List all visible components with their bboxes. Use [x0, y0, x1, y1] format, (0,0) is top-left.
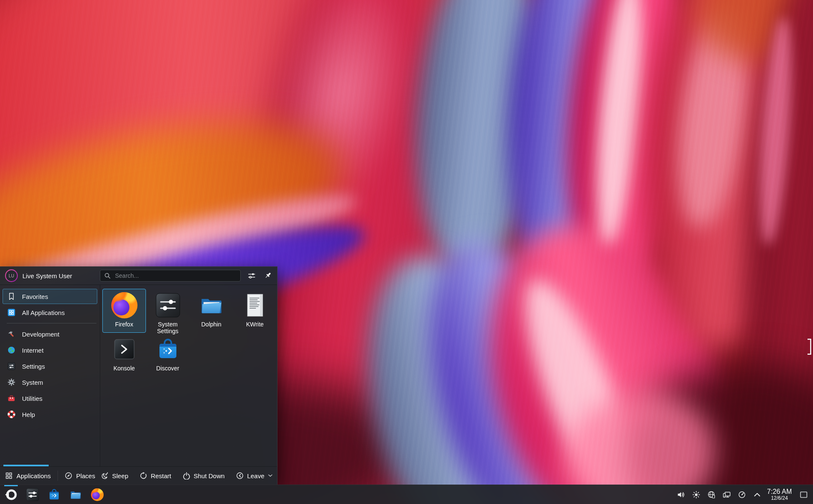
session-actions: Sleep Restart Shut Down Leave	[101, 472, 273, 479]
action-label: Leave	[247, 472, 264, 479]
clock-date: 12/6/24	[767, 496, 792, 501]
user-avatar[interactable]: LU	[5, 269, 18, 282]
dolphin-folder-icon	[69, 488, 82, 501]
sidebar-item-label: All Applications	[22, 309, 65, 316]
toolbox-icon	[7, 394, 16, 403]
app-grid-area: Firefox System Settings Dolphin	[100, 285, 277, 466]
action-label: Shut Down	[194, 472, 225, 479]
moon-zz-icon	[101, 472, 109, 479]
launcher-header: LU Live System User	[0, 267, 277, 285]
gauge-icon[interactable]	[738, 490, 746, 499]
app-discover[interactable]: Discover	[146, 333, 190, 377]
system-tray	[677, 490, 761, 499]
sidebar-item-settings[interactable]: Settings	[3, 359, 97, 374]
sidebar-item-favorites[interactable]: Favorites	[3, 289, 97, 304]
sidebar-item-development[interactable]: Development	[3, 326, 97, 342]
firefox-icon	[111, 292, 137, 318]
pin-icon	[263, 271, 272, 280]
all-apps-grid-icon	[7, 308, 16, 317]
hammer-icon	[7, 330, 16, 338]
sidebar-separator	[7, 323, 96, 323]
app-label: Discover	[156, 365, 179, 372]
sidebar-item-utilities[interactable]: Utilities	[3, 391, 97, 406]
app-launcher-icon	[4, 488, 18, 501]
tab-label: Places	[76, 472, 95, 479]
search-box[interactable]	[100, 270, 241, 282]
action-label: Restart	[151, 472, 171, 479]
compass-icon	[65, 472, 72, 479]
search-input[interactable]	[114, 272, 236, 279]
kdeconnect-icon[interactable]	[722, 490, 731, 499]
configure-button[interactable]	[247, 271, 257, 281]
sidebar-item-label: System	[22, 379, 43, 386]
clock-time: 7:26 AM	[767, 488, 792, 495]
system-settings-icon	[154, 292, 181, 319]
app-konsole[interactable]: Konsole	[102, 333, 146, 377]
volume-icon[interactable]	[677, 490, 685, 499]
app-system-settings[interactable]: System Settings	[146, 289, 190, 333]
sleep-button[interactable]: Sleep	[101, 472, 128, 479]
app-label: Dolphin	[201, 321, 221, 328]
dolphin-folder-icon	[198, 292, 225, 319]
lifebuoy-icon	[7, 410, 16, 419]
restart-button[interactable]: Restart	[140, 472, 171, 479]
sidebar-item-label: Settings	[22, 363, 45, 370]
show-desktop-button[interactable]	[799, 486, 809, 503]
system-settings-icon	[26, 488, 39, 501]
sidebar-item-system[interactable]: System	[3, 375, 97, 390]
discover-bag-icon	[154, 336, 181, 363]
leave-circle-icon	[236, 472, 244, 479]
launcher-sidebar: Favorites All Applications Development	[0, 285, 100, 466]
kwrite-document-icon	[242, 292, 269, 319]
taskbar: 7:26 AM 12/6/24	[0, 485, 813, 504]
chevron-down-icon	[268, 474, 273, 477]
taskbar-firefox-button[interactable]	[91, 488, 104, 501]
app-kwrite[interactable]: KWrite	[233, 289, 277, 333]
footer-divider	[58, 471, 58, 481]
taskbar-dolphin-button[interactable]	[69, 488, 82, 501]
launcher-body: Favorites All Applications Development	[0, 285, 277, 466]
app-label: Firefox	[115, 321, 133, 328]
sidebar-item-help[interactable]: Help	[3, 407, 97, 422]
tab-label: Applications	[16, 472, 51, 479]
taskbar-system-settings-button[interactable]	[26, 488, 39, 501]
apps-grid-icon	[5, 472, 13, 479]
brightness-icon[interactable]	[692, 490, 700, 499]
action-label: Sleep	[112, 472, 128, 479]
power-icon	[183, 472, 190, 479]
sidebar-item-label: Internet	[22, 347, 44, 354]
restart-arrow-icon	[140, 472, 147, 479]
digital-clock[interactable]: 7:26 AM 12/6/24	[767, 488, 792, 501]
sidebar-item-all-applications[interactable]: All Applications	[3, 305, 97, 320]
search-icon	[104, 272, 111, 279]
konsole-terminal-icon	[111, 336, 138, 363]
taskbar-discover-button[interactable]	[47, 488, 61, 501]
network-globe-icon[interactable]	[707, 490, 716, 499]
sidebar-item-internet[interactable]: Internet	[3, 342, 97, 358]
discover-bag-icon	[48, 488, 60, 501]
leave-button[interactable]: Leave	[236, 472, 273, 479]
desktop: LU Live System User	[0, 0, 813, 504]
sidebar-item-label: Utilities	[22, 395, 42, 402]
configure-sliders-icon	[247, 271, 256, 280]
app-dolphin[interactable]: Dolphin	[190, 289, 233, 333]
active-task-indicator	[4, 485, 18, 486]
launcher-footer: Applications Places Sleep Restart Shu	[0, 466, 277, 485]
gear-icon	[7, 378, 16, 386]
expand-tray-chevron-up-icon[interactable]	[753, 490, 761, 499]
tab-places[interactable]: Places	[64, 472, 96, 479]
bookmark-icon	[7, 292, 16, 301]
avatar-initials: LU	[6, 270, 17, 281]
pin-button[interactable]	[263, 271, 273, 281]
application-launcher-popup: LU Live System User	[0, 266, 277, 485]
sidebar-item-label: Favorites	[22, 293, 48, 300]
shut-down-button[interactable]: Shut Down	[183, 472, 225, 479]
app-firefox[interactable]: Firefox	[102, 289, 146, 333]
tab-applications[interactable]: Applications	[4, 472, 52, 479]
app-launcher-button[interactable]	[4, 488, 18, 501]
sidebar-item-label: Development	[22, 331, 59, 338]
app-label: Konsole	[113, 365, 135, 372]
firefox-icon	[91, 488, 104, 501]
user-name: Live System User	[22, 272, 72, 279]
globe-icon	[7, 346, 16, 354]
